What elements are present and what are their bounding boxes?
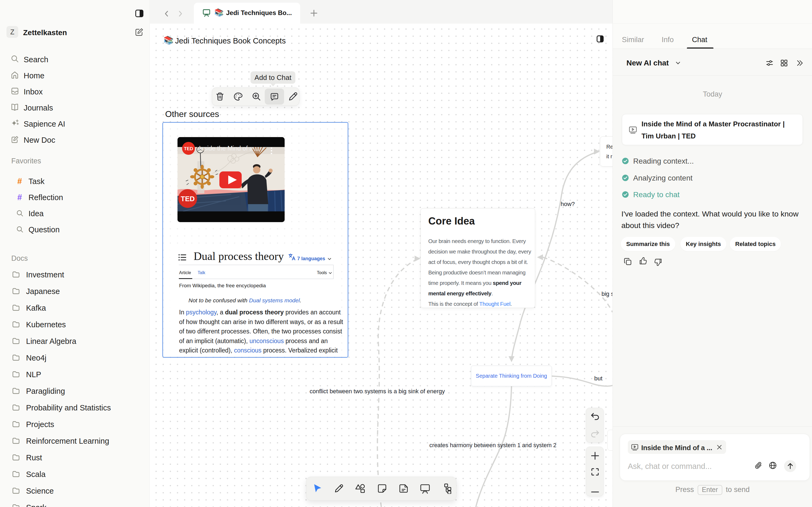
svg-text:Inside the Mind of a ...: Inside the Mind of a ... <box>199 145 260 152</box>
svg-text:TED: TED <box>184 146 193 151</box>
svg-text:TED: TED <box>181 195 195 203</box>
